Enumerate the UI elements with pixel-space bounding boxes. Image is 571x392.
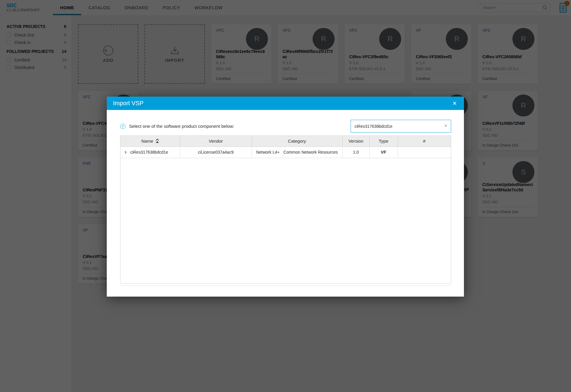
vsp-type-cell: VF [369, 147, 398, 158]
column-header-category[interactable]: Category [252, 136, 342, 147]
column-header-vendor[interactable]: Vendor [180, 136, 252, 147]
close-icon[interactable]: ✕ [452, 101, 457, 106]
vsp-category-cell: Network L4+ Common Network Resources [252, 147, 342, 158]
column-header-name[interactable]: Name [120, 136, 180, 147]
info-icon: i [120, 124, 126, 129]
modal-info-row: i Select one of the software product com… [120, 120, 451, 133]
vsp-filter: ✕ [351, 120, 451, 133]
import-vsp-modal: Import VSP ✕ i Select one of the softwar… [107, 97, 464, 297]
vsp-table: Name Vendor Category Version Type # [120, 136, 451, 284]
modal-instruction: Select one of the software product compo… [129, 124, 234, 129]
vsp-table-row[interactable]: ciRes317638bdcd1e ciLicense037a4ac9 Netw… [120, 147, 451, 158]
column-header-type[interactable]: Type [369, 136, 398, 147]
expand-chevron-icon[interactable] [124, 151, 127, 154]
sort-ascending-icon [156, 139, 159, 143]
modal-body: i Select one of the software product com… [107, 120, 464, 296]
column-header-count[interactable]: # [398, 136, 451, 147]
vsp-table-header-row: Name Vendor Category Version Type # [120, 136, 451, 147]
clear-filter-icon[interactable]: ✕ [444, 123, 448, 128]
vsp-name-cell[interactable]: ciRes317638bdcd1e [120, 147, 180, 158]
vsp-filter-input[interactable] [351, 120, 451, 133]
vsp-version-cell: 1.0 [342, 147, 369, 158]
vsp-vendor-cell: ciLicense037a4ac9 [180, 147, 252, 158]
modal-title: Import VSP [113, 100, 143, 107]
vsp-count-cell [398, 147, 451, 158]
modal-footer [120, 285, 451, 296]
column-header-version[interactable]: Version [342, 136, 369, 147]
modal-header: Import VSP ✕ [107, 97, 464, 110]
